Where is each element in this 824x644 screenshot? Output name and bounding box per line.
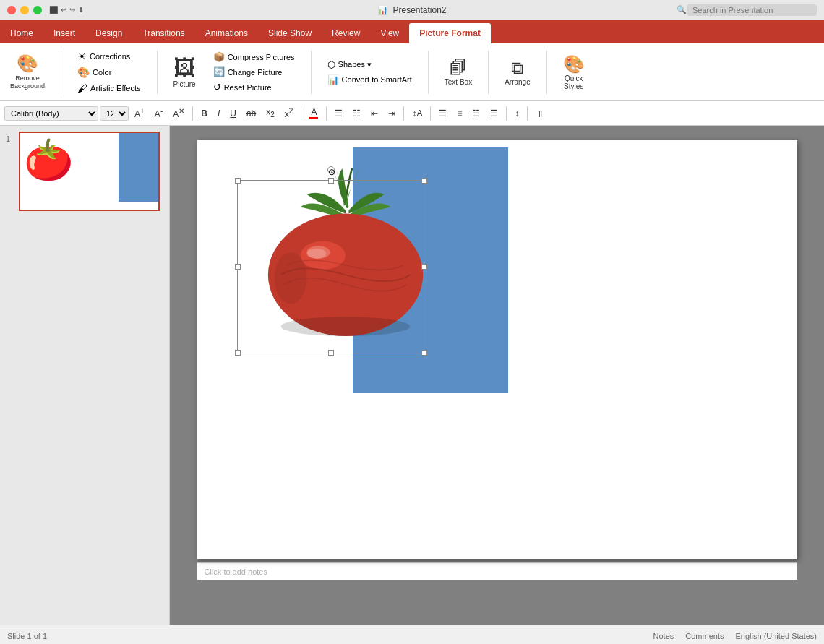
- compress-icon: 📦: [213, 51, 225, 62]
- bold-button[interactable]: B: [197, 106, 212, 121]
- handle-middle-left[interactable]: [235, 264, 241, 270]
- color-label: Color: [93, 68, 111, 77]
- tab-review[interactable]: Review: [322, 23, 370, 43]
- corrections-icon: ☀: [77, 51, 87, 62]
- tab-transitions[interactable]: Transitions: [132, 23, 194, 43]
- search-area: 🔍: [677, 4, 817, 16]
- reset-pic-label: Reset Picture: [224, 83, 272, 92]
- redo-icon[interactable]: ↪: [69, 6, 75, 14]
- italic-button[interactable]: I: [213, 106, 224, 121]
- selection-box[interactable]: ⊙: [237, 180, 425, 353]
- remove-bg-label: RemoveBackground: [10, 74, 45, 90]
- convert-smartart-button[interactable]: 📊 Convert to SmartArt: [323, 73, 416, 87]
- handle-middle-right[interactable]: [421, 264, 427, 270]
- slide-thumbnail-1[interactable]: 🍅: [19, 132, 160, 211]
- handle-top-left[interactable]: [235, 178, 241, 184]
- rotate-handle[interactable]: ⊙: [327, 166, 335, 173]
- notes-bar[interactable]: Click to add notes: [197, 562, 797, 580]
- tab-slideshow[interactable]: Slide Show: [258, 23, 322, 43]
- arrange-icon: ⧉: [511, 58, 523, 78]
- slide-number-1: 1: [6, 132, 14, 143]
- remove-background-button[interactable]: 🎨 RemoveBackground: [6, 51, 49, 93]
- color-button[interactable]: 🎨 Color: [73, 65, 145, 80]
- align-right-button[interactable]: ☱: [468, 106, 484, 121]
- slide-canvas[interactable]: ⊙: [197, 140, 797, 559]
- notes-status[interactable]: Notes: [653, 632, 674, 640]
- save-icon[interactable]: ⬇: [78, 6, 84, 14]
- font-size-select[interactable]: 12: [100, 106, 129, 121]
- smartart-icon: 📊: [327, 74, 339, 85]
- increase-indent-button[interactable]: ⇥: [384, 106, 400, 121]
- handle-bottom-middle[interactable]: [328, 350, 334, 356]
- slide-item-1: 1 🍅: [6, 132, 163, 211]
- separator-5: [430, 106, 431, 121]
- font-family-select[interactable]: Calibri (Body): [4, 106, 98, 121]
- justify-button[interactable]: ☰: [486, 106, 502, 121]
- artistic-effects-icon: 🖌: [77, 82, 87, 94]
- change-picture-button[interactable]: 🔄 Change Picture: [209, 65, 299, 79]
- color-icon: 🎨: [77, 66, 90, 78]
- smartart-label: Convert to SmartArt: [342, 75, 412, 84]
- close-button[interactable]: [7, 6, 16, 14]
- artistic-effects-button[interactable]: 🖌 Artistic Effects: [73, 81, 145, 95]
- text-box-button[interactable]: 🗐 Text Box: [440, 55, 476, 89]
- numbering-button[interactable]: ☷: [348, 106, 365, 121]
- corrections-button[interactable]: ☀ Corrections: [73, 49, 145, 64]
- increase-font-size-button[interactable]: A+: [130, 105, 149, 121]
- artistic-effects-label: Artistic Effects: [90, 84, 140, 93]
- handle-top-middle[interactable]: [328, 178, 334, 184]
- columns-button[interactable]: ⫼: [531, 106, 549, 121]
- undo-icon[interactable]: ↩: [61, 6, 66, 14]
- line-spacing-button[interactable]: ↕: [510, 106, 523, 121]
- tab-animations[interactable]: Animations: [195, 23, 258, 43]
- tab-home[interactable]: Home: [0, 23, 43, 43]
- handle-bottom-left[interactable]: [235, 350, 241, 356]
- quick-styles-button[interactable]: 🎨 QuickStyles: [559, 51, 589, 93]
- decrease-font-size-button[interactable]: A-: [150, 105, 167, 121]
- search-input[interactable]: [687, 4, 817, 16]
- align-center-button[interactable]: ≡: [452, 106, 466, 121]
- status-right: Notes Comments English (United States): [653, 632, 817, 640]
- app-icon: 📊: [377, 5, 388, 15]
- tab-design[interactable]: Design: [85, 23, 132, 43]
- arrange-button[interactable]: ⧉ Arrange: [500, 55, 535, 89]
- sidebar-toggle-icon[interactable]: ⬛: [49, 6, 58, 14]
- compress-button[interactable]: 📦 Compress Pictures: [209, 50, 299, 64]
- comments-status[interactable]: Comments: [685, 632, 724, 640]
- handle-top-right[interactable]: [421, 178, 427, 184]
- font-color-button[interactable]: A: [305, 105, 322, 121]
- status-bar: Slide 1 of 1 Notes Comments English (Uni…: [0, 627, 824, 644]
- thumb-blue-rect: [119, 133, 158, 202]
- text-box-label: Text Box: [445, 78, 472, 86]
- subscript-button[interactable]: x2: [262, 105, 279, 121]
- minimize-button[interactable]: [20, 6, 29, 14]
- tab-pictureformat[interactable]: Picture Format: [409, 23, 491, 43]
- picture-button[interactable]: 🖼 Picture: [169, 53, 200, 91]
- clear-formatting-button[interactable]: A✕: [168, 105, 189, 121]
- traffic-lights: [7, 6, 42, 14]
- change-pic-label: Change Picture: [228, 68, 283, 77]
- divider-6: [546, 51, 547, 94]
- tab-view[interactable]: View: [370, 23, 409, 43]
- maximize-button[interactable]: [33, 6, 42, 14]
- compress-label: Compress Pictures: [228, 53, 295, 61]
- quick-styles-icon: 🎨: [563, 54, 585, 74]
- underline-button[interactable]: U: [226, 106, 241, 121]
- window-title: 📊 Presentation2: [377, 5, 446, 15]
- decrease-indent-button[interactable]: ⇤: [366, 106, 382, 121]
- handle-bottom-right[interactable]: [421, 350, 427, 356]
- separator-1: [192, 106, 193, 121]
- picture-icon: 🖼: [173, 56, 195, 80]
- tab-insert[interactable]: Insert: [43, 23, 85, 43]
- separator-6: [506, 106, 507, 121]
- bullets-button[interactable]: ☰: [330, 106, 347, 121]
- divider-4: [428, 51, 429, 94]
- picture-group: 📦 Compress Pictures 🔄 Change Picture ↺ R…: [209, 50, 299, 94]
- superscript-button[interactable]: x2: [280, 105, 298, 121]
- shapes-button[interactable]: ⬡ Shapes ▾: [323, 58, 416, 72]
- text-direction-button[interactable]: ↕A: [408, 106, 426, 121]
- reset-picture-button[interactable]: ↺ Reset Picture: [209, 80, 299, 94]
- corrections-label: Corrections: [90, 52, 130, 61]
- strikethrough-button[interactable]: ab: [242, 106, 260, 121]
- align-left-button[interactable]: ☰: [434, 106, 451, 121]
